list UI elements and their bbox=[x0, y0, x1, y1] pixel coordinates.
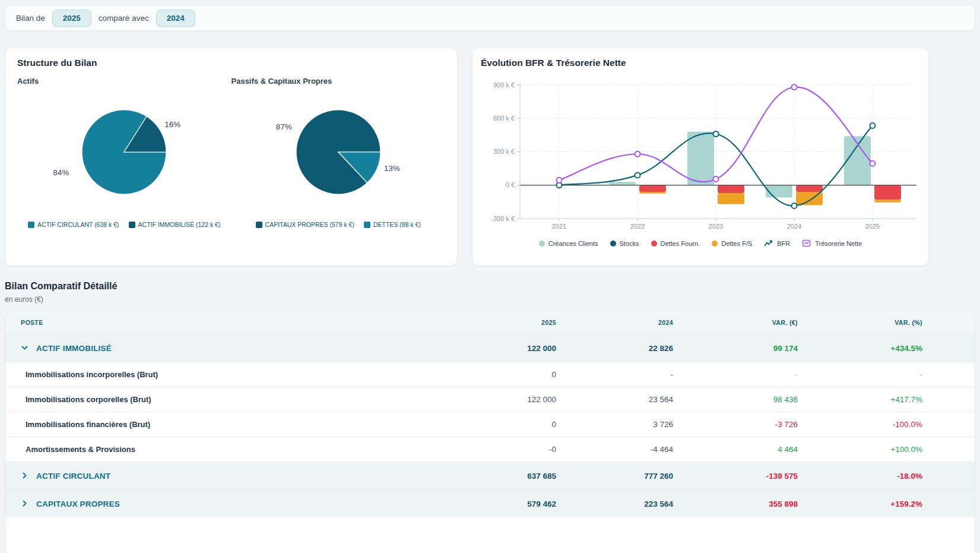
column-header-var-eur: VAR. (€) bbox=[673, 319, 798, 326]
trend-line-icon bbox=[764, 239, 773, 247]
chevron-down-icon bbox=[21, 344, 29, 352]
column-header-2024: 2024 bbox=[556, 319, 673, 326]
poste-label: Immobilisations incorporelles (Brut) bbox=[26, 370, 158, 379]
evolution-bfr-card: Évolution BFR & Trésorerie Nette 900 k €… bbox=[472, 48, 929, 266]
v2024-cell: 777 260 bbox=[556, 472, 673, 481]
chart-legend-item[interactable]: Dettes Fourn. bbox=[651, 239, 700, 247]
table-row: Immobilisations incorporelles (Brut)0--- bbox=[5, 362, 975, 387]
legend-dot-icon bbox=[651, 241, 657, 247]
poste-cell: Immobilisations financières (Brut) bbox=[5, 420, 437, 429]
structure-bilan-card: Structure du Bilan Actifs 84% 16% ACTIF … bbox=[5, 48, 458, 266]
legend-swatch-icon bbox=[256, 222, 262, 228]
var-eur-cell: 98 436 bbox=[673, 395, 798, 404]
var-pct-cell: +100.0% bbox=[798, 445, 922, 454]
chart-legend-item[interactable]: Stocks bbox=[610, 239, 639, 247]
legend-dot-icon bbox=[539, 241, 545, 247]
table-row[interactable]: ACTIF CIRCULANT637 685777 260-139 575-18… bbox=[5, 462, 975, 489]
poste-cell: ACTIF CIRCULANT bbox=[5, 472, 437, 481]
table-body: ACTIF IMMOBILISÉ122 00022 82699 174+434.… bbox=[5, 334, 975, 517]
var-eur-cell: 4 464 bbox=[673, 445, 798, 454]
chevron-right-icon bbox=[21, 472, 29, 480]
poste-cell: Immobilisations corporelles (Brut) bbox=[5, 395, 437, 404]
poste-label: ACTIF IMMOBILISÉ bbox=[36, 344, 112, 353]
v2025-cell: 0 bbox=[437, 420, 556, 429]
poste-label: CAPITAUX PROPRES bbox=[36, 500, 120, 508]
actifs-subtitle: Actifs bbox=[17, 77, 231, 86]
v2024-cell: 22 826 bbox=[556, 344, 673, 353]
actifs-large-slice-label: 84% bbox=[53, 168, 69, 177]
legend-label: Stocks bbox=[620, 240, 639, 247]
column-header-poste: POSTE bbox=[5, 319, 437, 326]
pie-legend-item[interactable]: DETTES (88 k €) bbox=[364, 221, 421, 228]
poste-label: Amortissements & Provisions bbox=[26, 445, 135, 454]
svg-text:900 k €: 900 k € bbox=[493, 81, 515, 89]
legend-label: CAPITAUX PROPRES (579 k €) bbox=[265, 221, 354, 228]
passifs-pie-panel: Passifs & Capitaux Propres 87% 13% CAPIT… bbox=[231, 77, 446, 228]
poste-label: ACTIF CIRCULANT bbox=[36, 472, 110, 481]
v2025-cell: 122 000 bbox=[437, 344, 556, 353]
v2025-cell: 637 685 bbox=[437, 472, 556, 481]
chart-legend-item[interactable]: Trésorerie Nette bbox=[802, 239, 862, 247]
var-eur-cell: - bbox=[673, 370, 798, 379]
actifs-pie-chart bbox=[77, 105, 172, 200]
poste-label: Immobilisations corporelles (Brut) bbox=[26, 395, 151, 404]
compare-with-label: comparé avec bbox=[99, 14, 149, 23]
poste-cell: Amortissements & Provisions bbox=[5, 445, 437, 454]
legend-swatch-icon bbox=[129, 222, 135, 228]
passifs-pie-legend: CAPITAUX PROPRES (579 k €)DETTES (88 k €… bbox=[231, 221, 446, 228]
var-pct-cell: +434.5% bbox=[798, 344, 922, 353]
period-selector-bar: Bilan de 2025 comparé avec 2024 bbox=[5, 5, 975, 31]
var-eur-cell: 99 174 bbox=[673, 344, 798, 353]
primary-year-button[interactable]: 2025 bbox=[52, 10, 91, 27]
var-pct-cell: - bbox=[798, 370, 922, 379]
svg-text:2024: 2024 bbox=[787, 223, 801, 230]
table-subtitle: en euros (€) bbox=[5, 295, 975, 304]
column-header-2025: 2025 bbox=[437, 319, 556, 326]
legend-label: BFR bbox=[777, 240, 790, 247]
poste-cell: ACTIF IMMOBILISÉ bbox=[5, 344, 437, 353]
svg-text:600 k €: 600 k € bbox=[493, 115, 515, 122]
var-pct-cell: -18.0% bbox=[798, 472, 922, 481]
table-title: Bilan Comparatif Détaillé bbox=[5, 281, 975, 292]
svg-text:2021: 2021 bbox=[552, 223, 566, 230]
var-eur-cell: 355 898 bbox=[673, 500, 798, 508]
v2025-cell: 122 000 bbox=[437, 395, 556, 404]
var-eur-cell: -3 726 bbox=[673, 420, 798, 429]
chart-legend-item[interactable]: Créances Clients bbox=[539, 239, 598, 247]
table-row: Immobilisations corporelles (Brut)122 00… bbox=[5, 387, 975, 412]
svg-text:2025: 2025 bbox=[865, 223, 880, 230]
legend-label: ACTIF IMMOBILISÉ (122 k €) bbox=[138, 221, 221, 228]
pie-legend-item[interactable]: ACTIF CIRCULANT (638 k €) bbox=[28, 221, 119, 228]
legend-swatch-icon bbox=[364, 222, 370, 228]
chart-legend-item[interactable]: BFR bbox=[764, 239, 790, 247]
legend-label: Trésorerie Nette bbox=[815, 240, 862, 247]
pie-legend-item[interactable]: CAPITAUX PROPRES (579 k €) bbox=[256, 221, 354, 228]
actifs-pie-panel: Actifs 84% 16% ACTIF CIRCULANT (638 k €)… bbox=[17, 77, 231, 228]
actifs-small-slice-label: 16% bbox=[164, 120, 180, 129]
legend-label: Créances Clients bbox=[548, 240, 598, 247]
compare-year-button[interactable]: 2024 bbox=[156, 10, 195, 27]
bfr-chart-legend: Créances ClientsStocksDettes Fourn.Dette… bbox=[481, 239, 920, 247]
table-row[interactable]: CAPITAUX PROPRES579 462223 564355 898+15… bbox=[5, 489, 975, 517]
v2025-cell: 579 462 bbox=[437, 500, 556, 508]
legend-label: ACTIF CIRCULANT (638 k €) bbox=[37, 221, 119, 228]
legend-dot-icon bbox=[712, 241, 718, 247]
passifs-large-slice-label: 87% bbox=[276, 122, 292, 131]
legend-label: Dettes Fourn. bbox=[661, 240, 700, 247]
svg-text:2023: 2023 bbox=[709, 223, 723, 230]
passifs-subtitle: Passifs & Capitaux Propres bbox=[231, 77, 446, 86]
table-row[interactable]: ACTIF IMMOBILISÉ122 00022 82699 174+434.… bbox=[5, 334, 975, 362]
pie-legend-item[interactable]: ACTIF IMMOBILISÉ (122 k €) bbox=[129, 221, 221, 228]
table-row: Immobilisations financières (Brut)03 726… bbox=[5, 412, 975, 437]
table-row: Amortissements & Provisions-0-4 4644 464… bbox=[5, 437, 975, 462]
v2024-cell: 223 564 bbox=[556, 500, 673, 508]
svg-text:0 €: 0 € bbox=[506, 181, 515, 188]
poste-cell: Immobilisations incorporelles (Brut) bbox=[5, 370, 437, 379]
bfr-tresorerie-chart: 900 k €600 k €300 k €0 €-300 k €20212022… bbox=[481, 72, 920, 233]
chart-legend-item[interactable]: Dettes F/S bbox=[712, 239, 752, 247]
legend-swatch-icon bbox=[28, 222, 34, 228]
v2024-cell: -4 464 bbox=[556, 445, 673, 454]
svg-text:2022: 2022 bbox=[630, 223, 645, 230]
chevron-right-icon bbox=[21, 500, 29, 508]
actifs-pie-legend: ACTIF CIRCULANT (638 k €)ACTIF IMMOBILIS… bbox=[17, 221, 231, 228]
